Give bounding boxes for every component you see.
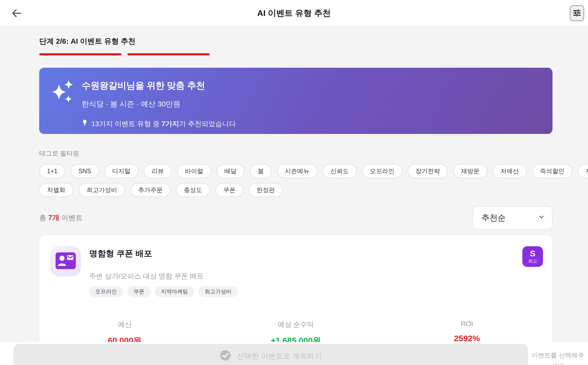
grade-badge: S 최고 <box>522 246 543 267</box>
lightbulb-icon <box>82 119 88 129</box>
banner-body: 수원왕갈비님을 위한 맞춤 추천 한식당 · 봄 시즌 · 예산 30만원 13… <box>82 79 236 129</box>
continue-button-content: 선택한 이벤트로 계속하기 <box>220 350 322 363</box>
back-arrow-icon <box>11 16 22 20</box>
step-label: 단계 2/6: AI 이벤트 유형 추천 <box>39 36 552 46</box>
header: AI 이벤트 유형 추천 <box>0 0 588 26</box>
filter-tag[interactable]: SNS <box>71 164 99 178</box>
filter-tag[interactable]: 한정판 <box>249 183 283 197</box>
filter-tag[interactable]: 쿠폰 <box>215 183 243 197</box>
banner-title: 수원왕갈비님을 위한 맞춤 추천 <box>82 79 236 92</box>
tag-filter-row-2: 차별화 최고가성비 추가주문 충성도 쿠폰 한정판 <box>39 183 552 197</box>
filter-tag[interactable]: 지역마케팅 <box>578 164 588 178</box>
progress-segment <box>127 53 210 55</box>
selection-hint: 이벤트를 선택해주세요 <box>529 350 587 365</box>
filter-tag[interactable]: 배달 <box>217 164 245 178</box>
contact-card-mail-icon <box>55 252 76 271</box>
filter-settings-button[interactable] <box>570 5 584 21</box>
event-tags: 오프라인 쿠폰 지역마케팅 최고가성비 <box>89 286 238 297</box>
page-title: AI 이벤트 유형 추천 <box>0 0 588 26</box>
filter-tag[interactable]: 리뷰 <box>144 164 172 178</box>
filter-sliders-icon <box>572 8 582 19</box>
continue-button[interactable]: 선택한 이벤트로 계속하기 <box>13 344 528 365</box>
grade-label: 최고 <box>528 258 537 264</box>
filter-tag[interactable]: 충성도 <box>176 183 210 197</box>
grade-letter: S <box>530 249 536 258</box>
back-button[interactable] <box>10 7 23 20</box>
sort-value: 추천순 <box>481 212 506 223</box>
bottom-bar: 선택한 이벤트로 계속하기 이벤트를 선택해주세요 <box>0 342 588 365</box>
banner-info-text: 13가지 이벤트 유형 중 7가지가 추천되었습니다 <box>91 119 236 129</box>
filter-tag[interactable]: 차별화 <box>39 183 73 197</box>
progress-segment <box>39 53 122 55</box>
continue-label: 선택한 이벤트로 계속하기 <box>237 351 322 361</box>
filter-tag[interactable]: 디지털 <box>104 164 138 178</box>
tag-filter-label: 태그로 필터링 <box>39 149 552 158</box>
filter-tag[interactable]: 시즌메뉴 <box>277 164 317 178</box>
event-description: 주변 상가/오피스 대상 명함 쿠폰 배포 <box>89 272 204 281</box>
event-icon-container <box>50 246 81 276</box>
filter-tag[interactable]: 오프라인 <box>362 164 402 178</box>
check-circle-icon <box>220 350 231 363</box>
filter-tag[interactable]: 재방문 <box>453 164 487 178</box>
ai-recommendation-banner: 수원왕갈비님을 위한 맞춤 추천 한식당 · 봄 시즌 · 예산 30만원 13… <box>39 68 552 134</box>
main-content: 단계 2/6: AI 이벤트 유형 추천 수원왕갈비님을 위한 맞춤 추천 한식… <box>0 36 588 363</box>
list-header: 총 7개 이벤트 추천순 <box>39 206 552 229</box>
chevron-down-icon <box>538 213 545 222</box>
filter-tag[interactable]: 최고가성비 <box>79 183 125 197</box>
banner-subtitle: 한식당 · 봄 시즌 · 예산 30만원 <box>82 99 236 109</box>
event-tag: 쿠폰 <box>127 286 150 297</box>
filter-tag[interactable]: 즉석할인 <box>532 164 572 178</box>
filter-tag[interactable]: 저예산 <box>493 164 527 178</box>
filter-tag[interactable]: 추가주문 <box>130 183 171 197</box>
event-title: 명함형 쿠폰 배포 <box>89 248 152 259</box>
sort-dropdown[interactable]: 추천순 <box>473 206 552 229</box>
event-count: 총 7개 이벤트 <box>39 213 83 223</box>
filter-tag[interactable]: 바이럴 <box>177 164 211 178</box>
filter-tag[interactable]: 신뢰도 <box>323 164 357 178</box>
filter-tag[interactable]: 봄 <box>250 164 272 178</box>
banner-info: 13가지 이벤트 유형 중 7가지가 추천되었습니다 <box>82 119 236 129</box>
event-tag: 최고가성비 <box>198 286 238 297</box>
filter-tag[interactable]: 장기전략 <box>408 164 448 178</box>
tag-filter-row-1: 1+1 SNS 디지털 리뷰 바이럴 배달 봄 시즌메뉴 신뢰도 오프라인 장기… <box>39 164 552 178</box>
sparkles-icon <box>51 78 75 105</box>
event-tag: 오프라인 <box>89 286 123 297</box>
filter-tag[interactable]: 1+1 <box>39 164 65 178</box>
event-tag: 지역마케팅 <box>155 286 194 297</box>
progress-bar <box>39 53 552 55</box>
